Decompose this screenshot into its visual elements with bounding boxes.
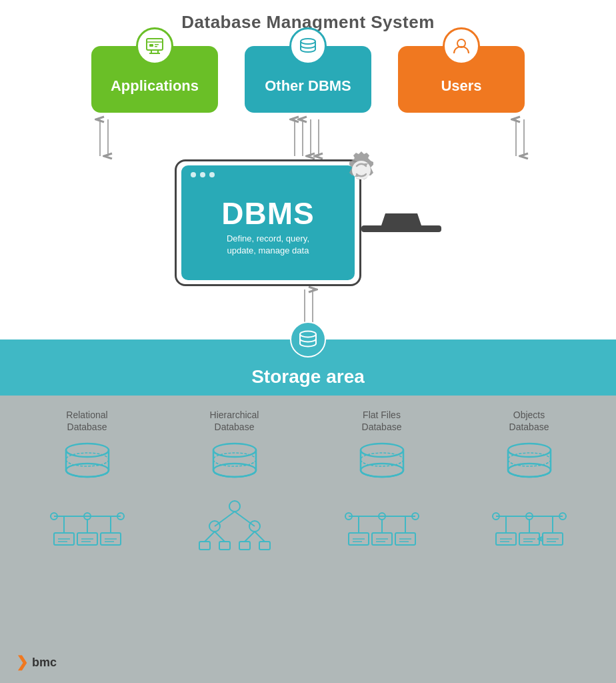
otherdbms-label: Other DBMS xyxy=(265,77,351,95)
svg-point-46 xyxy=(229,501,240,512)
network-objects xyxy=(489,496,569,556)
top-box-applications: Applications xyxy=(91,46,218,113)
svg-point-61 xyxy=(361,464,403,477)
applications-icon-circle xyxy=(136,27,173,65)
svg-rect-5 xyxy=(149,44,153,47)
svg-point-45 xyxy=(213,464,256,477)
svg-rect-7 xyxy=(155,46,157,47)
db-label-relational: RelationalDatabase xyxy=(66,409,107,433)
db-col-hierarchical: HierarchicalDatabase xyxy=(171,409,298,556)
computer-wrapper: DBMS Define, record, query,update, manag… xyxy=(175,159,441,286)
db-col-relational: RelationalDatabase xyxy=(24,409,151,556)
db-label-objects: ObjectsDatabase xyxy=(509,409,549,433)
storage-db-icon xyxy=(290,321,326,358)
svg-rect-58 xyxy=(259,542,270,550)
svg-line-52 xyxy=(215,532,225,542)
top-row: Applications Other DBMS xyxy=(0,46,616,113)
monitor-dots xyxy=(191,172,215,177)
dot2 xyxy=(200,172,205,177)
storage-area: Storage area xyxy=(0,339,616,396)
svg-point-80 xyxy=(508,464,551,477)
svg-point-26 xyxy=(66,464,109,477)
database-icon xyxy=(297,35,319,57)
svg-rect-57 xyxy=(239,542,250,550)
computer-monitor: DBMS Define, record, query,update, manag… xyxy=(175,159,361,286)
top-arrows-svg xyxy=(21,113,595,159)
dbms-subtitle: Define, record, query,update, manage dat… xyxy=(227,233,309,257)
db-cylinder-hierarchical xyxy=(205,441,265,491)
monitor-base xyxy=(361,225,441,232)
top-arrows-container xyxy=(21,113,595,159)
dot3 xyxy=(209,172,215,177)
storage-title: Storage area xyxy=(251,366,365,388)
bmc-logo: ❯ bmc xyxy=(16,654,57,671)
dbms-section: DBMS Define, record, query,update, manag… xyxy=(175,159,441,286)
applications-label: Applications xyxy=(111,77,199,95)
network-hierarchical xyxy=(195,496,275,556)
dbms-title: DBMS xyxy=(221,195,314,231)
svg-line-51 xyxy=(205,532,215,542)
db-col-flatfiles: Flat FilesDatabase xyxy=(319,409,445,556)
monitor-stand xyxy=(381,213,421,225)
bmc-text: bmc xyxy=(32,656,57,670)
db-types-area: RelationalDatabase xyxy=(0,396,616,683)
db-cylinder-flatfiles xyxy=(352,441,412,491)
gear-icon xyxy=(338,147,385,193)
otherdbms-icon-circle xyxy=(289,27,327,65)
svg-point-8 xyxy=(301,39,315,44)
db-cylinder-objects xyxy=(499,441,559,491)
network-relational xyxy=(47,496,127,556)
top-box-otherdbms: Other DBMS xyxy=(245,46,371,113)
network-flatfiles xyxy=(342,496,422,556)
db-label-flatfiles: Flat FilesDatabase xyxy=(362,409,402,433)
users-icon-circle xyxy=(443,27,480,65)
db-label-hierarchical: HierarchicalDatabase xyxy=(210,409,259,433)
svg-line-54 xyxy=(255,532,265,542)
svg-rect-55 xyxy=(199,542,210,550)
top-box-users: Users xyxy=(398,46,525,113)
db-cylinder-relational xyxy=(57,441,117,491)
user-icon xyxy=(451,36,471,56)
monitor-screen: DBMS Define, record, query,update, manag… xyxy=(181,165,355,280)
db-col-objects: ObjectsDatabase xyxy=(466,409,593,556)
bmc-chevron-icon: ❯ xyxy=(16,654,28,671)
svg-line-47 xyxy=(215,512,235,526)
svg-rect-6 xyxy=(155,44,159,45)
storage-database-icon xyxy=(296,327,320,352)
users-label: Users xyxy=(441,77,481,95)
svg-line-48 xyxy=(235,512,255,526)
svg-line-53 xyxy=(245,532,255,542)
dot1 xyxy=(191,172,196,177)
svg-rect-56 xyxy=(219,542,230,550)
monitor-stand-group xyxy=(361,213,441,232)
diagram-container: Database Managment System Applications xyxy=(0,0,616,683)
svg-point-23 xyxy=(300,331,316,337)
monitor-icon xyxy=(145,36,165,56)
